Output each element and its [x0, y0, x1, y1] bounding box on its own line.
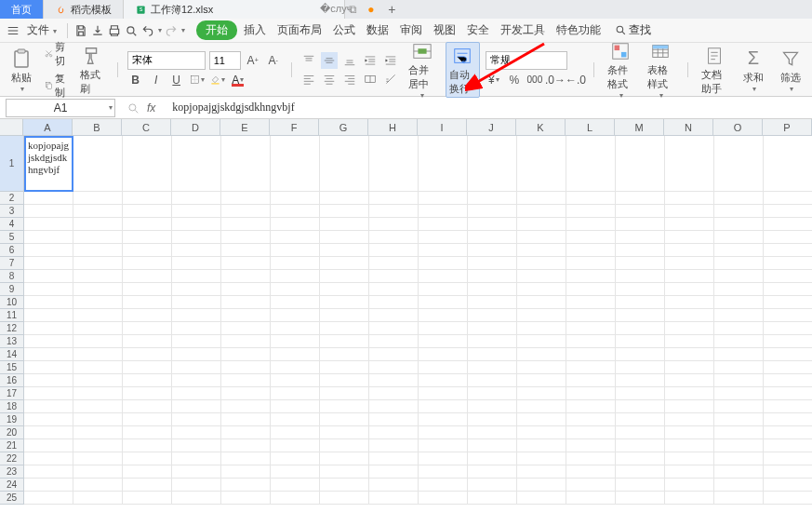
cell[interactable]	[517, 335, 566, 348]
cell[interactable]	[172, 309, 221, 322]
cell[interactable]	[665, 374, 714, 387]
cell[interactable]	[73, 335, 123, 348]
cell[interactable]	[320, 244, 369, 257]
cell[interactable]	[764, 452, 812, 465]
row-header[interactable]: 21	[0, 439, 24, 452]
cell[interactable]	[123, 465, 172, 479]
cell[interactable]	[665, 322, 714, 335]
cell[interactable]	[468, 465, 517, 479]
cell[interactable]	[221, 257, 271, 270]
cell[interactable]	[517, 244, 566, 257]
cell[interactable]	[73, 309, 123, 322]
cell[interactable]	[616, 479, 665, 492]
cell[interactable]	[764, 296, 812, 309]
fx-icon[interactable]: fx	[147, 101, 155, 115]
cell[interactable]	[369, 192, 419, 205]
cells-area[interactable]: kopjopajgjskdgjsdkhngvbjf	[24, 136, 812, 505]
cell[interactable]	[714, 270, 764, 283]
cell[interactable]	[369, 374, 419, 387]
cell[interactable]	[419, 205, 468, 218]
filter-button[interactable]: 筛选▾	[775, 45, 806, 95]
cell[interactable]	[320, 270, 369, 283]
cell[interactable]	[73, 296, 123, 309]
menu-dev[interactable]: 开发工具	[496, 20, 550, 40]
cell[interactable]	[73, 361, 123, 374]
cell[interactable]	[419, 231, 468, 244]
cell[interactable]	[172, 231, 221, 244]
undo-icon[interactable]	[140, 23, 155, 38]
cell[interactable]	[616, 296, 665, 309]
cell[interactable]	[221, 192, 271, 205]
align-middle-icon[interactable]	[321, 52, 338, 69]
cell[interactable]	[73, 387, 123, 400]
row-header[interactable]: 18	[0, 400, 24, 413]
font-name-input[interactable]	[127, 51, 206, 70]
search-box[interactable]: 查找	[615, 22, 651, 38]
cell[interactable]	[123, 374, 172, 387]
row-header[interactable]: 5	[0, 231, 24, 244]
cell[interactable]	[123, 361, 172, 374]
row-header[interactable]: 16	[0, 374, 24, 387]
cell[interactable]	[517, 439, 566, 452]
cell[interactable]	[123, 283, 172, 296]
cell[interactable]	[271, 335, 320, 348]
column-header[interactable]: C	[122, 119, 171, 136]
cell[interactable]	[566, 413, 616, 426]
cell[interactable]	[271, 387, 320, 400]
cell[interactable]	[517, 257, 566, 270]
cell[interactable]	[123, 452, 172, 465]
cell[interactable]	[221, 400, 271, 413]
cell[interactable]	[468, 270, 517, 283]
cell[interactable]	[616, 335, 665, 348]
cell[interactable]	[320, 309, 369, 322]
cell[interactable]	[665, 387, 714, 400]
column-header[interactable]: J	[467, 119, 516, 136]
cell[interactable]	[616, 387, 665, 400]
cell[interactable]	[468, 400, 517, 413]
cell[interactable]	[24, 374, 73, 387]
cell[interactable]	[172, 452, 221, 465]
cell[interactable]	[24, 348, 73, 361]
cell[interactable]	[468, 218, 517, 231]
cell[interactable]	[468, 387, 517, 400]
cell[interactable]	[468, 136, 517, 192]
cell[interactable]	[221, 426, 271, 439]
cell[interactable]	[24, 335, 73, 348]
cell[interactable]	[616, 136, 665, 192]
cell[interactable]	[566, 231, 616, 244]
cell[interactable]	[566, 439, 616, 452]
cell[interactable]	[714, 257, 764, 270]
cell[interactable]	[221, 244, 271, 257]
cell[interactable]	[764, 192, 812, 205]
cell[interactable]	[616, 426, 665, 439]
cell[interactable]	[24, 387, 73, 400]
cell[interactable]	[764, 309, 812, 322]
tab-templates[interactable]: 稻壳模板	[44, 0, 124, 19]
cell[interactable]	[369, 283, 419, 296]
cell[interactable]	[320, 361, 369, 374]
cell[interactable]	[172, 283, 221, 296]
cell[interactable]	[517, 218, 566, 231]
cell[interactable]	[172, 244, 221, 257]
merge-split-icon[interactable]	[362, 71, 379, 88]
cell[interactable]	[221, 479, 271, 492]
cell[interactable]	[468, 244, 517, 257]
wrap-text-button[interactable]: 自动换行	[446, 42, 480, 98]
cell[interactable]	[566, 322, 616, 335]
merge-center-button[interactable]: 合并居中▾	[405, 37, 439, 101]
cell[interactable]	[172, 348, 221, 361]
cell[interactable]	[123, 387, 172, 400]
cell[interactable]	[221, 361, 271, 374]
row-header[interactable]: 23	[0, 465, 24, 479]
row-header[interactable]: 25	[0, 492, 24, 505]
cell[interactable]	[764, 244, 812, 257]
cell[interactable]	[73, 218, 123, 231]
cell[interactable]	[517, 400, 566, 413]
align-left-icon[interactable]	[300, 71, 317, 88]
cell[interactable]	[24, 244, 73, 257]
name-box[interactable]: A1 ▾	[6, 99, 115, 117]
cell[interactable]	[24, 218, 73, 231]
cell[interactable]	[468, 439, 517, 452]
cell[interactable]	[665, 426, 714, 439]
cell[interactable]	[566, 309, 616, 322]
